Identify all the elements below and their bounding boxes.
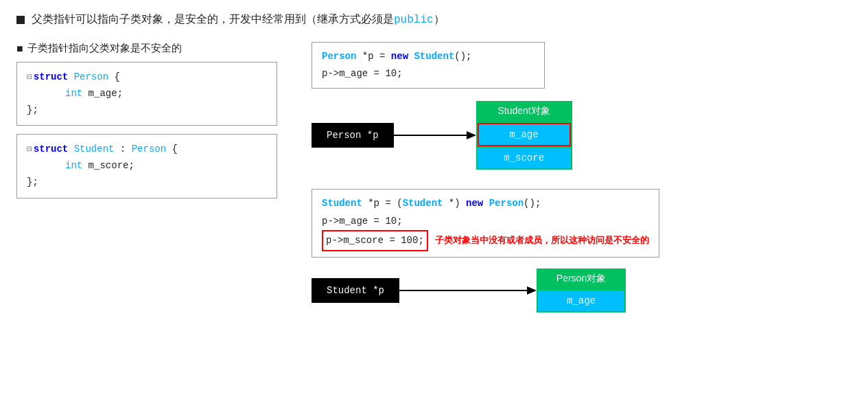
highlighted-line: p->m_score = 100; <box>322 230 428 251</box>
snippet-line-2: p->m_age = 10; <box>322 65 535 82</box>
snippet-line-1: Person *p = new Student(); <box>322 48 535 65</box>
code-box-person: ⊟struct Person { int m_age; }; <box>16 62 277 126</box>
snippet-bottom-box: Student *p = (Student *) new Person(); p… <box>312 189 659 258</box>
person-object-box: Person对象 m_age <box>537 269 626 312</box>
top-note: 父类指针可以指向子类对象，是安全的，开发中经常用到（继承方式必须是public） <box>16 12 852 27</box>
top-right-section: Person *p = new Student(); p->m_age = 10… <box>312 42 852 170</box>
right-panel: Person *p = new Student(); p->m_age = 10… <box>312 42 852 312</box>
main-layout: ■ 子类指针指向父类对象是不安全的 ⊟struct Person { int m… <box>16 42 852 312</box>
top-note-text: 父类指针可以指向子类对象，是安全的，开发中经常用到（继承方式必须是public） <box>32 12 445 27</box>
snippet-b-line-1: Student *p = (Student *) new Person(); <box>322 195 649 212</box>
svg-marker-3 <box>527 286 537 295</box>
arrow-2 <box>399 278 537 303</box>
student-object-box: Student对象 m_age m_score <box>476 101 572 170</box>
code-line-3: }; <box>27 102 267 119</box>
snippet-top: Person *p = new Student(); p->m_age = 10… <box>312 42 545 89</box>
arrow-1 <box>394 123 476 148</box>
diagram-row-1: Person *p Student对象 m_age m_score <box>312 101 852 170</box>
snippet-b-line-3: p->m_score = 100; 子类对象当中没有或者成员，所以这种访问是不安… <box>322 230 649 251</box>
student-field-m-age: m_age <box>478 123 571 146</box>
section-title: ■ 子类指针指向父类对象是不安全的 <box>16 42 284 55</box>
code-box-student: ⊟struct Student : Person { int m_score; … <box>16 134 277 198</box>
section-title-text: 子类指针指向父类对象是不安全的 <box>27 42 182 55</box>
person-pointer-box: Person *p <box>312 123 394 148</box>
bullet-icon <box>16 16 25 24</box>
person-obj-title: Person对象 <box>537 269 626 289</box>
person-field-m-age: m_age <box>538 290 624 311</box>
inline-warning: 子类对象当中没有或者成员，所以这种访问是不安全的 <box>435 233 649 249</box>
public-keyword: public <box>394 14 434 26</box>
code-line-6: }; <box>27 174 267 191</box>
diagram-row-2: Student *p Person对象 m_age <box>312 269 852 312</box>
svg-marker-1 <box>467 131 476 139</box>
bottom-right-section: Student *p = (Student *) new Person(); p… <box>312 189 852 312</box>
code-line-5: int m_score; <box>27 158 267 174</box>
snippet-b-line-2: p->m_age = 10; <box>322 213 649 230</box>
code-line-1: ⊟struct Person { <box>27 69 267 86</box>
code-line-4: ⊟struct Student : Person { <box>27 141 267 158</box>
bullet-icon-2: ■ <box>16 43 23 55</box>
snippet-row-2: Student *p = (Student *) new Person(); p… <box>312 189 852 258</box>
code-line-2: int m_age; <box>27 86 267 102</box>
student-pointer-box: Student *p <box>312 278 399 303</box>
left-panel: ■ 子类指针指向父类对象是不安全的 ⊟struct Person { int m… <box>16 42 284 198</box>
snippet-bottom: Student *p = (Student *) new Person(); p… <box>312 189 659 258</box>
student-field-m-score: m_score <box>478 148 571 168</box>
student-obj-title: Student对象 <box>476 101 572 122</box>
